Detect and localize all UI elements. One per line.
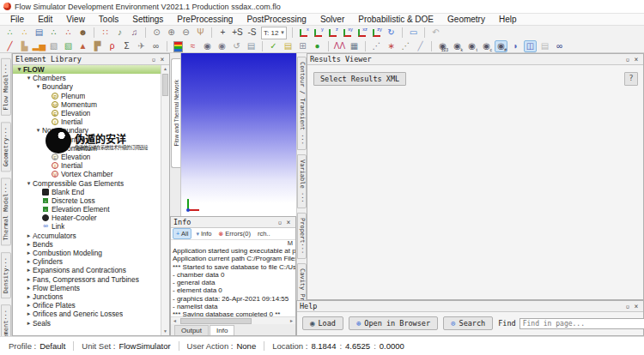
viewport-canvas[interactable] — [181, 53, 296, 216]
tree-item-momentum[interactable]: MMomentum — [13, 144, 161, 153]
display-points-icon[interactable]: ∷ — [99, 27, 112, 39]
tree-item-expansions-and-contractions[interactable]: ▸Expansions and Contractions — [13, 266, 161, 274]
viewport-tab-flow-and-thermal-network[interactable]: Flow and Thermal Network — [171, 58, 180, 168]
chevron-right-icon[interactable]: ▸ — [25, 302, 33, 309]
tree-item-chambers[interactable]: ▾Chambers — [13, 74, 161, 82]
close-panel-icon[interactable]: × — [632, 302, 641, 311]
menu-item-postprocessing[interactable]: PostProcessing — [240, 14, 313, 26]
show-c-icon[interactable]: ◉c — [480, 40, 493, 52]
chevron-right-icon[interactable]: ▸ — [25, 276, 33, 283]
tree-item-fans-compressors-and-turbines[interactable]: ▸Fans, Compressors and Turbines — [13, 275, 161, 284]
model-export-icon[interactable]: ∴ — [62, 27, 75, 39]
graphics-viewport[interactable]: Flow and Thermal Network — [170, 53, 296, 216]
chart-peaks-icon[interactable]: ΛΛ — [333, 40, 346, 52]
refresh-icon[interactable]: ↺ — [230, 40, 243, 52]
chart-bars-icon[interactable]: ▂▅ — [33, 40, 46, 52]
show-values-icon[interactable]: ◉123 — [436, 40, 449, 52]
chevron-right-icon[interactable]: ▸ — [25, 241, 33, 248]
draw-element-icon[interactable]: ╱ — [3, 40, 16, 52]
info-tab-all[interactable]: +All — [173, 228, 191, 239]
menu-item-preprocessing[interactable]: PreProcessing — [170, 14, 240, 26]
tree-item-non-boundary[interactable]: ▾Non-Boundary — [13, 126, 161, 135]
fit-screen-icon[interactable]: ▭ — [407, 27, 420, 39]
tree-item-momentum[interactable]: MMomentum — [13, 100, 161, 109]
scroll-thumb[interactable] — [180, 318, 252, 324]
dock-tab-flow-model-[interactable]: Flow Model··· — [1, 58, 11, 116]
bottom-tab-info[interactable]: Info — [210, 325, 234, 335]
model-new-icon[interactable]: ∴ — [3, 27, 16, 39]
show-t-icon[interactable]: ◉t — [465, 40, 478, 52]
view-axis-y-icon[interactable]: y — [312, 27, 325, 39]
model-open-icon[interactable]: ∴ — [18, 27, 31, 39]
view-axis-z-icon[interactable]: z — [326, 27, 339, 39]
table-icon[interactable]: ▦ — [348, 40, 361, 52]
chevron-right-icon[interactable]: ▸ — [25, 267, 33, 274]
menu-item-view[interactable]: View — [59, 14, 92, 26]
tree-item-inertial[interactable]: IInertial — [13, 161, 161, 170]
close-panel-icon[interactable]: × — [158, 55, 167, 64]
colorbar-icon[interactable] — [172, 40, 185, 52]
scroll-thumb[interactable] — [162, 74, 168, 96]
tower-icon[interactable]: ▲ — [76, 40, 89, 52]
chevron-down-icon[interactable]: ▾ — [34, 127, 42, 134]
find-input[interactable] — [519, 318, 644, 329]
tree-item-elevation-element[interactable]: ▫Elevation Element — [13, 205, 161, 214]
menu-item-geometry[interactable]: Geometry — [440, 14, 492, 26]
tree-item-elevation[interactable]: EElevation — [13, 153, 161, 161]
globe-icon[interactable]: ● — [311, 40, 324, 52]
dock-tab-geometry-[interactable]: Geometry··· — [1, 122, 11, 171]
decrease-symbol-size-icon[interactable]: -S — [246, 27, 258, 39]
node-axes-icon[interactable]: ∗ — [385, 40, 398, 52]
beam-icon[interactable]: ╱ — [414, 40, 427, 52]
scroll-left-icon[interactable]: ◄ — [171, 318, 179, 323]
dock-tab-propert-[interactable]: Propert··· — [297, 213, 307, 259]
tree-item-blank-end[interactable]: Blank End — [13, 188, 161, 196]
view-axis-x-icon[interactable]: x — [297, 27, 310, 39]
chevron-right-icon[interactable]: ▸ — [25, 320, 33, 327]
info-tab-info[interactable]: ▾Info — [193, 229, 214, 238]
check-model-icon[interactable]: ✓ — [267, 40, 280, 52]
open-in-browser-button[interactable]: ⊕ Open in Browser — [349, 316, 438, 330]
truck-icon[interactable]: ▛ — [91, 40, 104, 52]
cube-icon[interactable]: ▧ — [47, 40, 60, 52]
menu-item-file[interactable]: File — [3, 14, 31, 26]
chevron-down-icon[interactable]: ▾ — [34, 83, 42, 90]
user-profile-icon[interactable]: ☻ — [76, 27, 89, 39]
curve-p-icon[interactable]: ρ — [106, 40, 118, 52]
search-button[interactable]: ⊙ Search — [443, 316, 493, 330]
model-import-icon[interactable]: ∴ — [47, 27, 60, 39]
notes-icon[interactable]: ▤ — [282, 40, 295, 52]
info-tab-rch-[interactable]: rch.. — [255, 229, 273, 238]
printer-icon[interactable]: ▤ — [245, 40, 258, 52]
float-panel-icon[interactable]: ▫ — [276, 218, 284, 227]
link-node-icon[interactable]: ⋰ — [399, 40, 412, 52]
chevron-right-icon[interactable]: ▸ — [25, 232, 33, 239]
plot-line-icon[interactable]: ≈ — [186, 40, 199, 52]
tree-item-accumulators[interactable]: ▸Accumulators — [13, 232, 161, 240]
tree-item-plenum[interactable]: PPlenum — [13, 92, 161, 100]
dock-tab-variable-[interactable]: Variable ··· — [297, 154, 307, 208]
float-panel-icon[interactable]: ▫ — [623, 302, 632, 311]
tree-item-vortex-chamber[interactable]: VVortex Chamber — [13, 170, 161, 178]
add-cursor-icon[interactable]: + — [216, 27, 229, 39]
tree-item-discrete-loss[interactable]: ▫Discrete Loss — [13, 196, 161, 205]
tree-item-junctions[interactable]: ▸Junctions — [13, 292, 161, 301]
cube-add-icon[interactable]: ▧ — [62, 40, 75, 52]
menu-item-settings[interactable]: Settings — [125, 14, 170, 26]
bottom-tab-output[interactable]: Output — [174, 325, 209, 335]
scroll-up-icon[interactable]: ▲ — [161, 65, 169, 73]
tree-item-bends[interactable]: ▸Bends — [13, 240, 161, 249]
info-tab-errors-0-[interactable]: ⊗Errors(0) — [216, 229, 252, 238]
show-num-icon[interactable]: ◉# — [495, 40, 507, 52]
load-button[interactable]: ◉ Load — [302, 316, 343, 330]
tree-item-link[interactable]: ∞Link — [13, 222, 161, 231]
tree-item-plenum[interactable]: PPlenum — [13, 135, 161, 144]
derrick-icon[interactable]: ▙ — [18, 40, 31, 52]
menu-item-tools[interactable]: Tools — [92, 14, 125, 26]
close-panel-icon[interactable]: × — [284, 218, 293, 227]
tree-item-elevation[interactable]: EElevation — [13, 109, 161, 117]
tree-item-combustion-modeling[interactable]: ▸Combustion Modeling — [13, 249, 161, 257]
zoom-window-icon[interactable]: ⊙ — [150, 27, 163, 39]
text-size-select[interactable]: T: 12▾ — [261, 27, 287, 39]
tree-item-orifice-plates[interactable]: ▸Orifice Plates — [13, 301, 161, 310]
